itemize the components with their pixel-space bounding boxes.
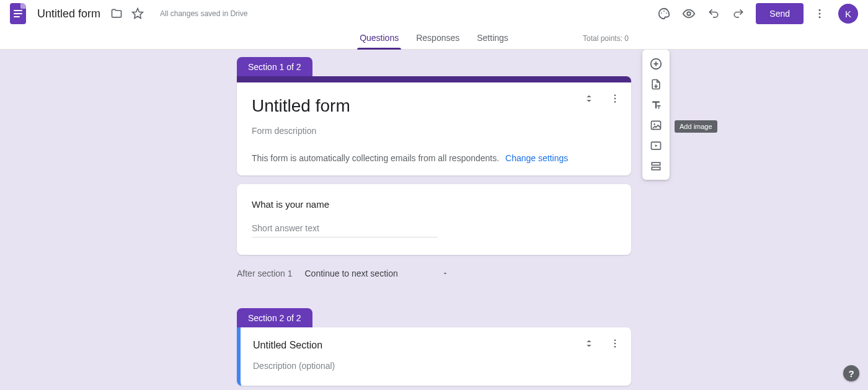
svg-point-5	[819, 9, 821, 11]
section-1-title-card[interactable]: Untitled form Form description This form…	[237, 76, 631, 175]
after-section-1-picker[interactable]: Continue to next section	[301, 266, 453, 281]
section-2-title-input[interactable]: Untitled Section	[253, 340, 616, 351]
section-2-badge: Section 2 of 2	[237, 308, 312, 328]
section-1-badge: Section 1 of 2	[237, 57, 312, 77]
help-button[interactable]: ?	[843, 365, 859, 381]
preview-icon[interactable]	[678, 2, 700, 25]
add-image-button[interactable]	[644, 115, 668, 135]
short-answer-placeholder: Short answer text	[252, 223, 438, 237]
tab-questions[interactable]: Questions	[358, 33, 400, 49]
question-1-text[interactable]: What is your name	[252, 199, 616, 210]
tab-responses[interactable]: Responses	[415, 33, 461, 49]
app-header: Untitled form All changes saved in Drive	[0, 0, 868, 27]
svg-rect-15	[652, 162, 660, 165]
star-icon[interactable]	[130, 6, 145, 21]
more-menu-icon[interactable]	[808, 2, 831, 25]
undo-icon[interactable]	[702, 2, 725, 25]
customize-theme-icon[interactable]	[653, 2, 675, 25]
collapse-section-2-icon[interactable]	[582, 336, 596, 351]
svg-point-4	[688, 12, 691, 16]
svg-point-1	[661, 12, 662, 14]
form-description-input[interactable]: Form description	[252, 126, 616, 136]
svg-point-18	[614, 98, 616, 100]
svg-marker-0	[133, 9, 143, 19]
document-title[interactable]: Untitled form	[37, 7, 100, 20]
email-collection-notice: This form is automatically collecting em…	[252, 153, 616, 163]
svg-point-19	[614, 101, 616, 103]
tab-settings[interactable]: Settings	[476, 33, 510, 49]
section-2-description-input[interactable]: Description (optional)	[253, 361, 616, 371]
chevron-down-icon	[441, 270, 449, 277]
svg-point-12	[653, 123, 655, 125]
form-canvas: Add image Section 1 of 2 Untitled form F…	[0, 50, 868, 390]
send-button[interactable]: Send	[756, 3, 804, 24]
email-notice-text: This form is automatically collecting em…	[252, 153, 499, 163]
svg-point-2	[663, 11, 665, 12]
after-section-1-label: After section 1	[237, 268, 293, 278]
import-questions-button[interactable]	[644, 74, 668, 94]
add-title-button[interactable]	[644, 94, 668, 115]
add-section-button[interactable]	[644, 156, 668, 176]
svg-point-3	[666, 12, 668, 14]
change-settings-link[interactable]: Change settings	[505, 153, 568, 163]
svg-marker-14	[655, 144, 658, 146]
section-2-title-card[interactable]: Untitled Section Description (optional)	[237, 327, 631, 386]
add-video-button[interactable]	[644, 135, 668, 156]
section-more-icon[interactable]	[608, 91, 622, 106]
svg-point-6	[819, 13, 821, 15]
tab-row: Questions Responses Settings Total point…	[0, 27, 868, 50]
redo-icon[interactable]	[727, 2, 750, 25]
collapse-section-icon[interactable]	[582, 91, 596, 106]
add-question-button[interactable]	[644, 53, 668, 74]
save-status: All changes saved in Drive	[160, 9, 247, 18]
svg-point-20	[614, 339, 616, 341]
svg-rect-16	[652, 167, 660, 169]
after-section-1-row: After section 1 Continue to next section	[237, 266, 631, 281]
svg-point-22	[614, 346, 616, 348]
after-section-1-value: Continue to next section	[305, 268, 398, 278]
form-title-input[interactable]: Untitled form	[252, 96, 616, 116]
svg-point-17	[614, 94, 616, 96]
floating-toolbar	[642, 50, 670, 180]
section-2-more-icon[interactable]	[608, 336, 622, 351]
question-1-card[interactable]: What is your name Short answer text	[237, 184, 631, 255]
forms-logo[interactable]	[10, 3, 26, 24]
move-to-folder-icon[interactable]	[109, 6, 124, 21]
svg-point-7	[819, 16, 821, 18]
total-points-label: Total points: 0	[583, 34, 629, 43]
tooltip-add-image: Add image	[675, 120, 717, 133]
svg-point-21	[614, 343, 616, 345]
account-avatar[interactable]: K	[838, 4, 858, 24]
